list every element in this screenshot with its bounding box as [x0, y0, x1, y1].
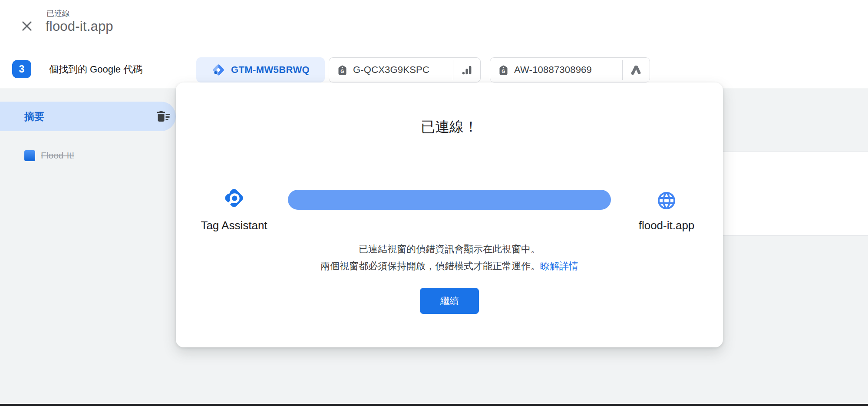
close-button[interactable]	[20, 19, 34, 33]
sidebar-item-summary[interactable]: 摘要	[0, 102, 176, 131]
flood-it-label: Flood-It!	[41, 150, 74, 161]
tags-found-label: 個找到的 Google 代碼	[49, 51, 142, 88]
window-bottom-edge	[0, 404, 868, 406]
summary-label: 摘要	[24, 102, 44, 131]
close-icon	[20, 19, 34, 33]
source-label: Tag Assistant	[178, 219, 290, 232]
gtm-icon	[211, 63, 225, 77]
svg-text:G: G	[502, 69, 505, 74]
sidebar-item-flood-it[interactable]: Flood-It!	[24, 149, 74, 162]
svg-text:G: G	[340, 69, 344, 74]
chip-ads-id: AW-10887308969	[514, 64, 592, 76]
dialog-description: 已連結視窗的偵錯資訊會顯示在此視窗中。 兩個視窗都必須保持開啟，偵錯模式才能正常…	[176, 241, 723, 274]
tag-assistant-window: 已連線 flood-it.app 3 個找到的 Google 代碼 GTM-MW…	[0, 0, 868, 406]
chip-analytics-id: G-QCX3G9KSPC	[353, 64, 429, 76]
dialog-title: 已連線！	[176, 117, 723, 137]
description-line-2: 兩個視窗都必須保持開啟，偵錯模式才能正常運作。	[320, 261, 540, 271]
analytics-icon	[453, 64, 480, 76]
connection-status-label: 已連線	[46, 8, 70, 19]
clear-list-button[interactable]	[156, 109, 172, 124]
connected-dialog: 已連線！ Tag Assistant flood-it.app 已連結視窗的偵錯…	[176, 83, 723, 347]
page-title: flood-it.app	[46, 19, 113, 34]
chip-gtm-tag[interactable]: GTM-MW5BRWQ	[196, 57, 325, 83]
globe-icon	[656, 190, 677, 211]
description-line-1: 已連結視窗的偵錯資訊會顯示在此視窗中。	[359, 244, 540, 254]
header: 已連線 flood-it.app	[0, 0, 868, 51]
chip-gtm-id: GTM-MW5BRWQ	[231, 64, 310, 76]
delete-sweep-icon	[156, 109, 172, 124]
target-label: flood-it.app	[610, 219, 723, 232]
chip-ads-tag[interactable]: G AW-10887308969	[490, 57, 650, 83]
google-tag-icon: G	[337, 64, 348, 76]
learn-more-link[interactable]: 瞭解詳情	[540, 261, 578, 271]
connection-progress-bar	[288, 190, 611, 210]
tag-count-badge: 3	[12, 60, 31, 78]
tag-assistant-icon	[221, 185, 247, 211]
google-tag-icon: G	[498, 64, 509, 76]
chip-analytics-tag[interactable]: G G-QCX3G9KSPC	[329, 57, 481, 83]
google-ads-icon	[623, 64, 650, 76]
continue-button[interactable]: 繼續	[420, 288, 479, 314]
flood-it-favicon	[24, 150, 35, 161]
